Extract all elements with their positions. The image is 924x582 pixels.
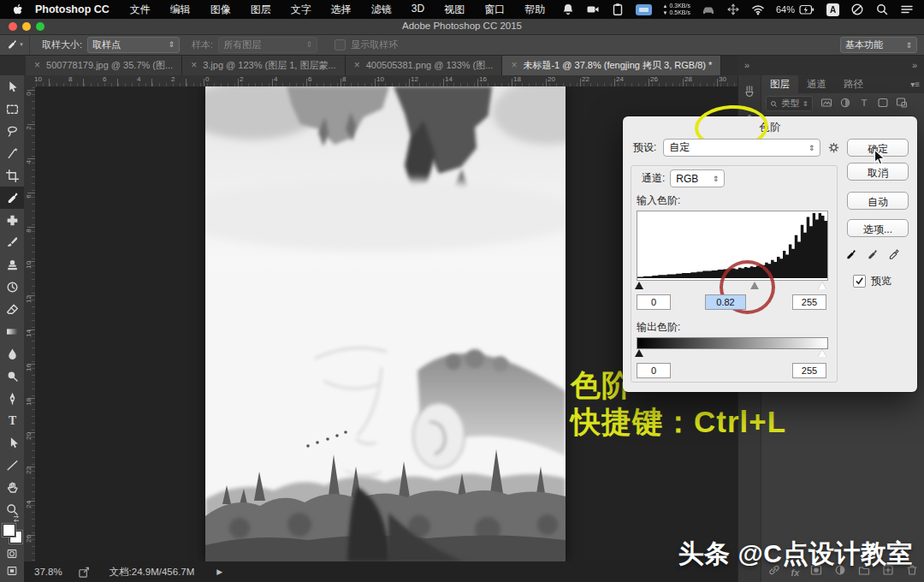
close-tab-icon[interactable]: × — [354, 59, 360, 71]
foreground-color-swatch[interactable] — [3, 524, 15, 537]
menu-item[interactable]: 文件 — [130, 3, 151, 17]
pixel-filter-icon[interactable] — [820, 96, 833, 111]
marquee-tool[interactable] — [0, 98, 24, 120]
panel-tab-路径[interactable]: 路径 — [835, 75, 872, 93]
hand-tool[interactable] — [0, 476, 24, 498]
eyedropper-tool[interactable] — [0, 187, 24, 209]
menu-item[interactable]: 滤镜 — [371, 3, 392, 17]
sample-size-select[interactable]: 取样点⇕ — [87, 37, 180, 53]
shape-filter-icon[interactable] — [876, 96, 890, 111]
menu-item[interactable]: 编辑 — [170, 3, 191, 17]
brush-tool[interactable] — [0, 231, 24, 253]
preview-checkbox[interactable] — [853, 275, 866, 288]
search-icon — [770, 100, 778, 108]
clipboard-icon[interactable] — [611, 3, 625, 16]
line-tool[interactable] — [0, 454, 24, 476]
brushes-panel-icon[interactable] — [738, 80, 761, 103]
current-tool-button[interactable]: ▾ — [0, 34, 30, 55]
bell-icon[interactable] — [561, 3, 575, 16]
healing-brush-tool[interactable] — [0, 209, 24, 231]
shadow-input-slider[interactable] — [635, 282, 643, 289]
menu-item[interactable]: 窗口 — [484, 3, 505, 17]
layer-filter-select[interactable]: 类型 ⇕ — [766, 96, 813, 111]
menu-item[interactable]: 视图 — [444, 3, 465, 17]
panel-tab-通道[interactable]: 通道 — [798, 75, 835, 93]
panel-tab-图层[interactable]: 图层 — [761, 75, 798, 93]
blur-tool[interactable] — [0, 342, 24, 365]
gamma-input-field[interactable] — [705, 294, 746, 310]
menu-item[interactable]: 图层 — [251, 3, 271, 17]
shadow-output-slider[interactable] — [635, 349, 643, 357]
black-point-eyedropper-icon[interactable] — [844, 248, 857, 261]
shadow-input-field[interactable] — [637, 294, 671, 310]
gray-point-eyedropper-icon[interactable] — [866, 248, 879, 261]
document-canvas[interactable] — [205, 86, 566, 561]
input-source-badge[interactable]: A — [826, 3, 839, 16]
quick-mask-icon[interactable] — [5, 548, 19, 560]
document-tab[interactable]: ×500778179.jpg @ 35.7% (图... — [26, 55, 182, 75]
apple-menu-icon[interactable] — [12, 3, 23, 16]
crop-tool[interactable] — [0, 164, 24, 187]
gradient-tool[interactable] — [0, 320, 24, 342]
document-tab[interactable]: ×未标题-1 @ 37.8% (fengjing 拷贝 3, RGB/8) * — [502, 55, 721, 75]
eraser-tool[interactable] — [0, 298, 24, 320]
screen-mode-icon[interactable] — [5, 565, 19, 577]
menu-item[interactable]: 3D — [412, 3, 424, 17]
spotlight-search-icon[interactable] — [875, 3, 889, 16]
menu-app-name[interactable]: Photoshop CC — [35, 3, 110, 15]
history-brush-tool[interactable] — [0, 276, 24, 298]
path-selection-tool[interactable] — [0, 431, 24, 454]
zoom-level-field[interactable]: 37.8% — [34, 567, 62, 577]
carplay-icon[interactable] — [702, 3, 715, 16]
menu-item[interactable]: 文字 — [291, 3, 311, 17]
notification-center-icon[interactable] — [900, 3, 914, 16]
menu-bar-status-area: ▲0.3KB/s▼0.5KB/s64%A — [561, 3, 915, 16]
highlight-output-field[interactable] — [792, 363, 826, 378]
menu-item[interactable]: 选择 — [331, 3, 352, 17]
clone-stamp-tool[interactable] — [0, 253, 24, 276]
collapse-panels-icon[interactable]: » — [744, 60, 749, 70]
do-not-disturb-icon[interactable] — [850, 3, 864, 16]
panel-menu-icon[interactable]: ▾≡ — [910, 80, 920, 89]
screen-capture-icon[interactable] — [636, 4, 652, 15]
swap-colors-icon[interactable] — [11, 514, 21, 524]
lasso-tool[interactable] — [0, 120, 24, 142]
smart-object-filter-icon[interactable] — [895, 96, 909, 111]
options-button[interactable]: 选项... — [847, 219, 909, 237]
magic-wand-tool[interactable] — [0, 142, 24, 164]
move-tool[interactable] — [0, 75, 24, 98]
pen-tool[interactable] — [0, 387, 24, 409]
type-filter-icon[interactable]: T — [857, 96, 871, 111]
status-options-arrow-icon[interactable]: ▶ — [216, 567, 222, 576]
dodge-tool[interactable] — [0, 365, 24, 387]
gear-icon[interactable] — [827, 141, 840, 154]
video-icon[interactable] — [586, 3, 600, 16]
highlight-input-slider[interactable] — [818, 282, 826, 289]
updown-arrows-icon: ⇕ — [713, 175, 720, 183]
channel-select[interactable]: RGB⇕ — [670, 169, 725, 187]
document-tab[interactable]: ×400505381.png @ 133% (图... — [346, 55, 503, 75]
collapse-panels-icon[interactable]: » — [912, 60, 917, 70]
battery-indicator[interactable]: 64% — [776, 4, 815, 15]
shadow-output-field[interactable] — [637, 363, 671, 378]
preset-select[interactable]: 自定⇕ — [663, 139, 820, 157]
net-speed-indicator[interactable]: ▲0.3KB/s▼0.5KB/s — [663, 3, 690, 16]
close-tab-icon[interactable]: × — [34, 59, 40, 71]
menu-item[interactable]: 帮助 — [524, 3, 545, 17]
auto-button[interactable]: 自动 — [847, 192, 909, 210]
menu-item[interactable]: 图像 — [210, 3, 231, 17]
move-arrows-icon[interactable] — [726, 3, 740, 16]
type-tool[interactable]: T — [0, 409, 24, 431]
document-tab[interactable]: ×3.jpg @ 123% (图层 1, 图层蒙... — [182, 55, 345, 75]
close-tab-icon[interactable]: × — [511, 59, 517, 71]
close-tab-icon[interactable]: × — [191, 59, 197, 71]
adjustment-filter-icon[interactable] — [838, 96, 852, 111]
white-point-eyedropper-icon[interactable] — [887, 248, 900, 261]
wifi-icon[interactable] — [751, 3, 765, 16]
menu-items: 文件编辑图像图层文字选择滤镜3D视图窗口帮助 — [130, 3, 545, 17]
dialog-title: 色阶 — [623, 116, 917, 135]
export-arrow-icon[interactable] — [78, 566, 91, 579]
workspace-select[interactable]: 基本功能⇕ — [840, 37, 917, 53]
highlight-input-field[interactable] — [792, 294, 826, 310]
highlight-output-slider[interactable] — [818, 349, 826, 357]
